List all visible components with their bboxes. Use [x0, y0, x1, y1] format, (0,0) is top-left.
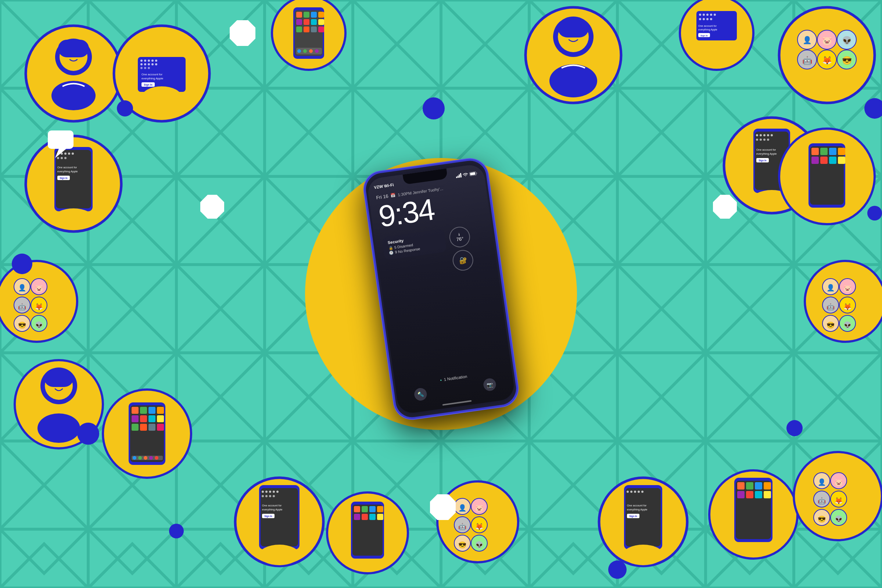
svg-rect-223 — [362, 506, 368, 512]
svg-point-246 — [627, 490, 629, 493]
svg-text:One account for: One account for — [627, 504, 647, 507]
svg-point-46 — [141, 86, 182, 108]
svg-rect-259 — [737, 482, 744, 489]
svg-rect-60 — [311, 27, 317, 32]
svg-text:🤖: 🤖 — [818, 497, 826, 505]
svg-rect-57 — [318, 19, 324, 25]
svg-rect-130 — [838, 156, 845, 164]
svg-point-208 — [273, 490, 275, 493]
svg-point-110 — [771, 134, 773, 136]
svg-point-109 — [767, 134, 769, 136]
svg-text:everything Apple: everything Apple — [627, 508, 647, 511]
svg-point-82 — [703, 18, 705, 20]
svg-point-89 — [696, 41, 737, 62]
lock-widget: 🔐 — [451, 249, 474, 272]
svg-text:👤: 👤 — [818, 478, 826, 486]
svg-point-76 — [699, 14, 701, 16]
svg-text:👽: 👽 — [35, 321, 44, 329]
svg-rect-185 — [140, 407, 147, 414]
svg-point-37 — [152, 63, 154, 65]
svg-rect-263 — [737, 491, 744, 498]
svg-point-66 — [315, 49, 319, 53]
svg-point-84 — [710, 18, 712, 20]
svg-text:Sign In: Sign In — [700, 34, 708, 37]
svg-point-81 — [699, 18, 701, 20]
svg-rect-26 — [58, 40, 89, 57]
svg-rect-228 — [369, 514, 376, 520]
svg-text:👤: 👤 — [826, 284, 835, 292]
svg-point-35 — [144, 63, 146, 65]
svg-rect-227 — [362, 514, 368, 520]
svg-point-65 — [309, 49, 313, 53]
svg-text:🤖: 🤖 — [18, 303, 27, 311]
svg-rect-61 — [318, 27, 324, 32]
svg-point-213 — [273, 495, 275, 497]
svg-text:One account for: One account for — [756, 148, 776, 152]
lock-icon: 🔒 — [388, 246, 393, 250]
svg-rect-128 — [820, 156, 828, 164]
svg-text:👤: 👤 — [458, 504, 467, 512]
home-indicator — [442, 400, 472, 406]
notification-row: ● 1 Notification — [440, 374, 467, 382]
svg-text:😎: 😎 — [842, 56, 852, 65]
svg-point-212 — [269, 495, 271, 497]
svg-point-30 — [144, 60, 146, 62]
svg-point-83 — [706, 18, 708, 20]
svg-rect-127 — [812, 156, 819, 164]
svg-rect-54 — [296, 19, 302, 25]
svg-marker-290 — [430, 494, 456, 520]
bottom-icons-row: 🔦 📷 — [413, 377, 497, 401]
svg-text:🦊: 🦊 — [35, 303, 44, 311]
svg-text:Sign In: Sign In — [759, 159, 766, 162]
svg-point-22 — [51, 81, 96, 110]
svg-point-211 — [266, 495, 267, 497]
svg-rect-50 — [296, 12, 302, 18]
battery-icon — [469, 171, 477, 176]
flashlight-button[interactable]: 🔦 — [413, 387, 428, 401]
svg-text:Sign In: Sign In — [629, 515, 637, 518]
svg-rect-194 — [148, 424, 156, 431]
camera-button[interactable]: 📷 — [483, 377, 496, 392]
svg-point-200 — [149, 456, 153, 460]
svg-point-78 — [706, 14, 708, 16]
svg-rect-265 — [755, 491, 762, 498]
clock-icon: 🕐 — [389, 250, 394, 255]
svg-rect-129 — [829, 156, 836, 164]
svg-point-41 — [148, 67, 150, 69]
svg-text:👽: 👽 — [843, 321, 852, 329]
svg-text:🐷: 🐷 — [35, 285, 44, 292]
svg-text:🐷: 🐷 — [843, 285, 852, 292]
svg-rect-296 — [470, 172, 476, 175]
svg-text:everything Apple: everything Apple — [57, 170, 78, 173]
svg-point-112 — [760, 138, 762, 141]
svg-point-286 — [169, 524, 184, 538]
svg-point-77 — [703, 14, 705, 16]
svg-point-36 — [148, 63, 150, 65]
svg-text:Sign In: Sign In — [60, 177, 68, 180]
svg-rect-222 — [354, 506, 360, 512]
svg-text:👽: 👽 — [835, 515, 843, 524]
svg-point-40 — [144, 67, 146, 69]
svg-rect-264 — [746, 491, 753, 498]
svg-rect-126 — [838, 148, 845, 155]
svg-point-140 — [57, 157, 59, 159]
svg-text:everything Apple: everything Apple — [756, 152, 777, 156]
svg-point-280 — [117, 100, 133, 117]
bottom-controls: ● 1 Notification 🔦 📷 — [395, 368, 514, 404]
svg-point-107 — [760, 134, 762, 136]
svg-rect-58 — [296, 27, 302, 32]
svg-point-198 — [138, 456, 142, 460]
svg-rect-184 — [132, 407, 138, 414]
svg-rect-260 — [746, 482, 753, 489]
svg-point-210 — [262, 495, 264, 497]
svg-rect-192 — [132, 424, 138, 431]
svg-text:🐷: 🐷 — [822, 36, 832, 46]
svg-point-142 — [64, 157, 66, 159]
svg-point-64 — [303, 49, 307, 53]
svg-point-33 — [155, 60, 157, 62]
svg-text:everything Apple: everything Apple — [141, 77, 164, 80]
svg-point-197 — [133, 456, 136, 460]
svg-text:🤖: 🤖 — [802, 56, 813, 65]
svg-rect-124 — [820, 148, 828, 155]
lock-screen-content: Fri 16 📅 1:30PM Jennifer Tuohy'... 9:34 … — [369, 180, 497, 282]
